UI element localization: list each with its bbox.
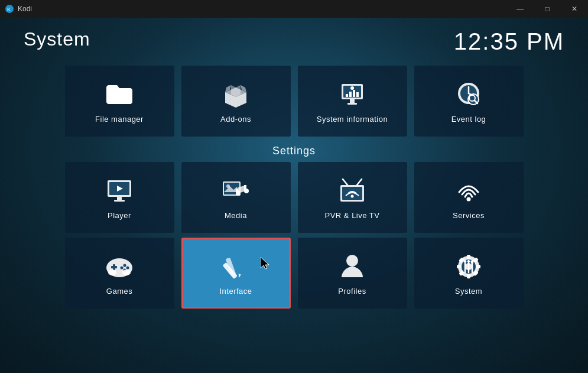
svg-point-36: [467, 197, 471, 201]
svg-rect-4: [350, 99, 355, 103]
tile-games-label: Games: [106, 287, 132, 296]
main-content: System 12:35 PM File manager: [0, 18, 588, 373]
svg-point-45: [122, 270, 131, 275]
player-icon: [104, 176, 135, 206]
svg-rect-57: [476, 265, 480, 268]
tile-event-log-label: Event log: [451, 115, 486, 124]
settings-row2-section: Games Interface: [0, 238, 588, 309]
svg-point-50: [346, 255, 358, 267]
titlebar-left: K Kodi: [0, 4, 32, 14]
top-tiles-section: File manager Add-ons: [0, 66, 588, 137]
tile-system-information-label: System information: [317, 115, 388, 124]
pvr-live-tv-icon: [337, 176, 368, 206]
tile-services-label: Services: [453, 211, 485, 220]
svg-marker-47: [237, 273, 242, 277]
add-ons-icon: [220, 79, 251, 110]
svg-text:K: K: [7, 7, 11, 12]
svg-point-41: [126, 266, 129, 269]
svg-rect-20: [117, 197, 122, 200]
clock-display: 12:35 PM: [454, 28, 564, 55]
system-icon: [453, 251, 484, 282]
tile-services[interactable]: Services: [414, 162, 524, 233]
media-icon: [220, 176, 251, 206]
tile-file-manager-label: File manager: [95, 115, 144, 124]
tile-pvr-live-tv-label: PVR & Live TV: [325, 211, 380, 220]
svg-point-44: [108, 270, 116, 275]
tile-media-label: Media: [225, 211, 247, 220]
tile-add-ons-label: Add-ons: [220, 115, 251, 124]
svg-point-10: [350, 86, 354, 90]
tile-games[interactable]: Games: [65, 238, 174, 309]
svg-rect-30: [236, 189, 238, 193]
tile-pvr-live-tv[interactable]: PVR & Live TV: [298, 162, 407, 233]
svg-rect-7: [349, 92, 352, 97]
titlebar-title: Kodi: [18, 5, 32, 13]
tile-player[interactable]: Player: [65, 162, 174, 233]
tile-profiles-label: Profiles: [338, 287, 366, 296]
svg-rect-54: [467, 255, 470, 260]
event-log-icon: [453, 79, 484, 110]
svg-rect-21: [114, 200, 125, 202]
tile-add-ons[interactable]: Add-ons: [181, 66, 291, 137]
titlebar-controls: — □ ✕: [506, 0, 588, 18]
svg-line-34: [357, 179, 362, 185]
svg-rect-29: [244, 185, 246, 191]
maximize-button[interactable]: □: [534, 0, 561, 18]
svg-rect-56: [457, 265, 462, 268]
svg-point-40: [124, 264, 126, 267]
settings-row1: Player Media: [30, 162, 558, 233]
tile-interface-label: Interface: [219, 287, 252, 296]
close-button[interactable]: ✕: [561, 0, 588, 18]
interface-icon: [220, 251, 251, 282]
tile-media[interactable]: Media: [181, 162, 291, 233]
kodi-icon: K: [5, 4, 14, 14]
header: System 12:35 PM: [0, 18, 588, 55]
svg-rect-55: [467, 274, 470, 278]
svg-point-35: [351, 194, 354, 197]
settings-section-label: Settings: [0, 145, 588, 157]
page-title: System: [24, 28, 90, 50]
file-manager-icon: [104, 79, 135, 110]
tile-system[interactable]: System: [414, 238, 524, 309]
svg-point-43: [121, 266, 124, 269]
games-icon: [104, 251, 135, 282]
tile-system-label: System: [455, 287, 482, 296]
tile-system-information[interactable]: System information: [298, 66, 407, 137]
top-tiles-row: File manager Add-ons: [30, 66, 558, 137]
settings-row1-section: Player Media: [0, 162, 588, 233]
minimize-button[interactable]: —: [506, 0, 534, 18]
svg-rect-8: [353, 90, 355, 97]
svg-rect-5: [347, 103, 357, 105]
svg-line-33: [343, 179, 347, 185]
settings-row2: Games Interface: [30, 238, 558, 309]
tile-player-label: Player: [108, 211, 131, 220]
svg-marker-49: [261, 257, 269, 269]
tile-profiles[interactable]: Profiles: [298, 238, 407, 309]
services-icon: [453, 176, 484, 206]
titlebar: K Kodi — □ ✕: [0, 0, 588, 18]
cursor-icon: [261, 257, 272, 271]
tile-event-log[interactable]: Event log: [414, 66, 524, 137]
tile-interface[interactable]: Interface: [181, 238, 291, 309]
tile-file-manager[interactable]: File manager: [65, 66, 174, 137]
profiles-icon: [337, 251, 368, 282]
svg-rect-9: [356, 92, 359, 97]
svg-rect-6: [346, 94, 348, 97]
svg-rect-39: [113, 264, 115, 270]
system-information-icon: [337, 79, 368, 110]
